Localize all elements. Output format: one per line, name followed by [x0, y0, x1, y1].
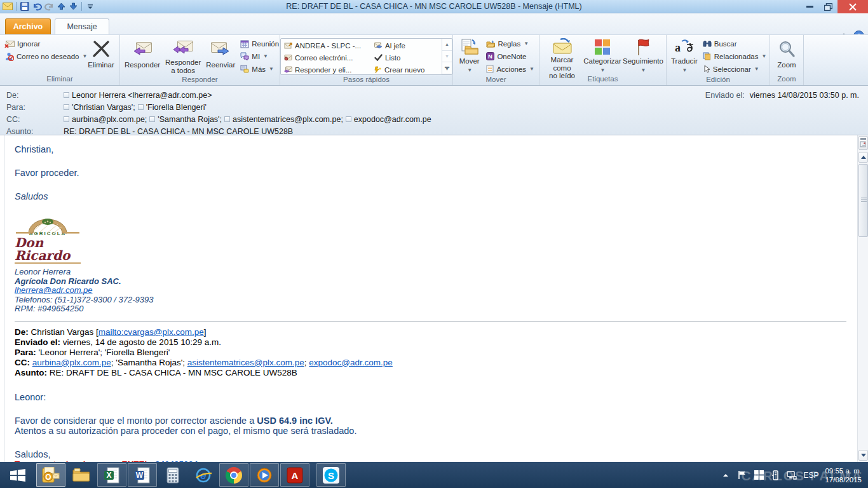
tab-archivo[interactable]: Archivo	[5, 18, 51, 34]
quick-steps-more[interactable]: ▬▼	[442, 62, 452, 74]
acciones-button[interactable]: Acciones ▼	[484, 63, 537, 75]
reading-pane-options-button[interactable]	[858, 136, 868, 150]
follow-up-flag-icon	[635, 38, 651, 56]
quick-steps-scroll-down[interactable]: ▼	[442, 51, 452, 63]
cc-recipient[interactable]: 'Samantha Rojas';	[158, 115, 222, 124]
taskbar-internet-explorer-icon[interactable]: e	[189, 463, 218, 487]
meeting-calendar-icon	[240, 39, 249, 48]
mailto-link[interactable]: mailto:cvargas@plx.com.pe	[98, 327, 204, 337]
cc-email-link[interactable]: aurbina@plx.com.pe	[32, 358, 111, 367]
quick-step-correo-electronico[interactable]: Correo electróni...	[283, 51, 373, 64]
taskbar-calculator-icon[interactable]	[158, 463, 187, 487]
buscar-button[interactable]: Buscar	[700, 37, 770, 50]
move-folder-icon	[460, 38, 479, 56]
presence-icon	[149, 116, 155, 122]
responder-button[interactable]: Responder	[122, 36, 163, 74]
junk-mail-icon	[4, 51, 14, 61]
chevron-down-icon: ▼	[754, 66, 759, 72]
translate-icon: a	[674, 38, 695, 56]
taskbar-outlook-icon[interactable]: O	[36, 463, 65, 487]
onenote-button[interactable]: N OneNote	[484, 50, 537, 62]
taskbar-excel-icon[interactable]: X	[97, 463, 126, 487]
start-button[interactable]	[0, 462, 36, 488]
quick-steps-scroll-up[interactable]: ▲	[442, 39, 452, 51]
reenviar-button[interactable]: Reenviar	[203, 36, 238, 74]
scrollbar-thumb[interactable]	[858, 164, 868, 237]
vertical-scrollbar[interactable]	[857, 135, 868, 462]
scroll-up-button[interactable]	[858, 152, 868, 163]
responder-a-todos-button[interactable]: Responder a todos	[163, 36, 203, 74]
taskbar-file-explorer-icon[interactable]	[67, 463, 96, 487]
zoom-button[interactable]: Zoom	[772, 36, 801, 74]
categorizar-button[interactable]: Categorizar▼	[583, 36, 622, 74]
group-label-eliminar: Eliminar	[0, 74, 119, 85]
correo-no-deseado-button[interactable]: Correo no deseado ▼	[2, 50, 85, 62]
para-recipient[interactable]: 'Fiorella Blengeri'	[146, 103, 207, 112]
seguimiento-button[interactable]: Seguimiento▼	[622, 36, 664, 74]
quick-step-andrea[interactable]: ANDREA - SLPC -...	[283, 39, 373, 51]
enviado-el-label: Enviado el:	[705, 91, 745, 100]
tab-mensaje[interactable]: Mensaje	[55, 18, 109, 34]
de-label: De:	[0, 91, 64, 100]
signature-rpm: RPM: #949654250	[15, 304, 857, 314]
svg-text:W: W	[136, 471, 144, 480]
seleccionar-button[interactable]: Seleccionar ▼	[700, 63, 770, 75]
mas-button[interactable]: Más ▼	[238, 63, 281, 75]
marcar-no-leido-button[interactable]: Marcar comono leído	[541, 36, 583, 74]
ignorar-button[interactable]: Ignorar	[2, 37, 85, 50]
windows-tray-icon[interactable]	[754, 470, 764, 480]
cc-label: CC:	[0, 115, 64, 124]
quick-step-responder-eliminar[interactable]: Responder y eli...	[283, 64, 373, 76]
cc-email-link[interactable]: expodoc@adr.com.pe	[309, 358, 393, 367]
relacionadas-button[interactable]: Relacionadas ▼	[700, 50, 770, 62]
taskbar-adobe-reader-icon[interactable]: A	[280, 463, 309, 487]
cc-recipient[interactable]: expodoc@adr.com.pe	[354, 115, 431, 124]
traducir-button[interactable]: a Traducir▼	[668, 36, 700, 74]
language-indicator[interactable]: ESP	[803, 471, 818, 480]
mover-button[interactable]: Mover▼	[455, 36, 484, 74]
cc-recipient[interactable]: aurbina@plx.com.pe;	[72, 115, 147, 124]
binoculars-icon	[703, 40, 712, 48]
tray-date: 17/08/2015	[825, 476, 862, 484]
taskbar-media-player-icon[interactable]	[250, 463, 279, 487]
restore-button[interactable]	[819, 0, 837, 13]
para-recipient[interactable]: 'Christian Vargas';	[72, 103, 135, 112]
rules-folder-icon	[486, 40, 495, 48]
mi-button[interactable]: MI ▼	[238, 50, 281, 62]
reunion-button[interactable]: Reunión	[238, 37, 281, 50]
svg-text:A: A	[292, 470, 299, 481]
taskbar-word-icon[interactable]: W	[128, 463, 157, 487]
eliminar-button[interactable]: Eliminar	[85, 36, 118, 74]
related-messages-icon	[703, 52, 712, 60]
quick-step-crear-nuevo[interactable]: Crear nuevo	[373, 64, 442, 76]
de-value[interactable]: Leonor Herrera <lherrera@adr.com.pe>	[72, 91, 212, 100]
group-pasos-rapidos: ANDREA - SLPC -... Al jefe Correo electr…	[280, 35, 453, 85]
reply-salutation: Leonor:	[15, 392, 857, 402]
scroll-down-button[interactable]	[858, 450, 868, 461]
clock[interactable]: 09:55 a. m. 17/08/2015	[825, 466, 864, 484]
close-button[interactable]	[837, 0, 868, 13]
ignore-icon	[4, 40, 15, 48]
taskbar-skype-icon[interactable]: S	[316, 463, 346, 487]
minimize-button[interactable]	[801, 0, 819, 13]
presence-icon	[64, 92, 69, 98]
action-center-flag-icon[interactable]	[737, 470, 747, 480]
new-mail-icon	[284, 54, 292, 61]
network-icon[interactable]	[787, 470, 797, 480]
cc-email-link[interactable]: asistentematrices@plx.com.pe	[187, 358, 304, 367]
signature-phones: Telefonos: (51-1)372-9300 / 372-9393	[15, 295, 857, 305]
usb-device-icon[interactable]	[770, 470, 780, 480]
signature-email-link[interactable]: lherrera@adr.com.pe	[15, 285, 93, 295]
title-bar: RE: DRAFT DE BL - CASA CHICA - MN MSC CA…	[0, 0, 868, 13]
group-mover: Mover▼ Reglas ▼ N OneNote Acciones	[453, 35, 539, 85]
reading-pane[interactable]: Christian, Favor proceder. Saludos	[0, 135, 857, 462]
reglas-button[interactable]: Reglas ▼	[484, 37, 537, 50]
group-eliminar: Ignorar Correo no deseado ▼ Eliminar Eli…	[0, 35, 120, 85]
quick-step-listo[interactable]: Listo	[373, 51, 442, 64]
quick-step-al-jefe[interactable]: Al jefe	[373, 39, 442, 51]
taskbar-chrome-icon[interactable]	[219, 463, 248, 487]
mail-forward-icon	[374, 42, 383, 49]
hidden-icons-chevron[interactable]	[721, 470, 731, 480]
group-responder: Responder Responder a todos Reenviar	[120, 35, 280, 85]
cc-recipient[interactable]: asistentematrices@plx.com.pe;	[233, 115, 343, 124]
